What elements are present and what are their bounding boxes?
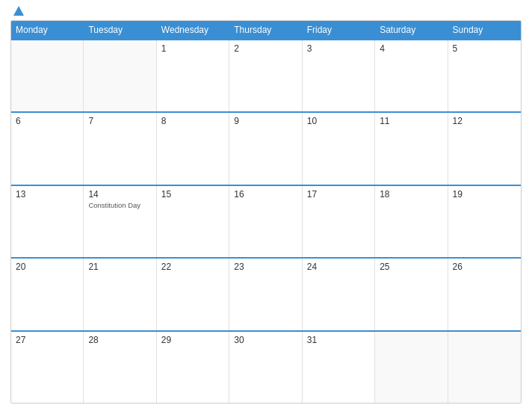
holiday-label: Constitution Day	[88, 201, 151, 209]
calendar-cell: 25	[375, 259, 448, 330]
calendar-cell: 29	[157, 332, 229, 403]
day-number: 25	[380, 262, 442, 272]
week-row-2: 6789101112	[11, 111, 521, 184]
day-number: 1	[161, 43, 224, 54]
day-number: 8	[161, 116, 224, 126]
calendar-cell: 5	[448, 40, 521, 111]
calendar-page: MondayTuesdayWednesdayThursdayFridaySatu…	[0, 0, 532, 411]
day-number: 22	[161, 262, 224, 272]
calendar-cell	[84, 40, 156, 111]
calendar-cell: 31	[303, 332, 375, 403]
calendar-cell: 22	[157, 259, 229, 330]
day-of-week-saturday: Saturday	[375, 21, 448, 39]
day-of-week-friday: Friday	[303, 21, 375, 39]
calendar-cell: 6	[11, 113, 84, 184]
day-number: 7	[88, 116, 151, 126]
day-number: 4	[380, 43, 442, 54]
calendar-body: 1234567891011121314Constitution Day15161…	[11, 39, 521, 403]
day-number: 31	[307, 335, 370, 345]
calendar-cell: 2	[229, 40, 302, 111]
calendar: MondayTuesdayWednesdayThursdayFridaySatu…	[10, 20, 522, 404]
calendar-cell: 8	[157, 113, 229, 184]
day-number: 26	[453, 262, 516, 272]
calendar-cell: 7	[84, 113, 156, 184]
day-of-week-sunday: Sunday	[448, 21, 521, 39]
calendar-cell: 18	[375, 186, 448, 257]
day-number: 6	[16, 116, 78, 126]
day-number: 3	[307, 43, 370, 54]
calendar-cell	[11, 40, 84, 111]
calendar-cell: 30	[229, 332, 302, 403]
calendar-cell: 27	[11, 332, 84, 403]
day-number: 14	[88, 189, 151, 200]
calendar-cell: 20	[11, 259, 84, 330]
week-row-4: 20212223242526	[11, 257, 521, 330]
day-of-week-wednesday: Wednesday	[157, 21, 229, 39]
calendar-cell: 23	[229, 259, 302, 330]
day-number: 18	[380, 189, 442, 200]
day-number: 24	[307, 262, 370, 272]
day-of-week-thursday: Thursday	[229, 21, 302, 39]
day-number: 30	[234, 335, 297, 345]
day-number: 28	[88, 335, 151, 345]
day-number: 29	[161, 335, 224, 345]
calendar-cell: 15	[157, 186, 229, 257]
week-row-5: 2728293031	[11, 330, 521, 403]
day-number: 20	[16, 262, 78, 272]
day-number: 5	[453, 43, 516, 54]
calendar-cell: 4	[375, 40, 448, 111]
calendar-cell: 16	[229, 186, 302, 257]
week-row-1: 12345	[11, 39, 521, 111]
day-number: 13	[16, 189, 78, 200]
calendar-cell: 21	[84, 259, 156, 330]
calendar-cell: 17	[303, 186, 375, 257]
day-number: 9	[234, 116, 297, 126]
day-number: 16	[234, 189, 297, 200]
day-number: 23	[234, 262, 297, 272]
calendar-cell: 28	[84, 332, 156, 403]
calendar-cell: 26	[448, 259, 521, 330]
calendar-cell: 11	[375, 113, 448, 184]
calendar-cell: 13	[11, 186, 84, 257]
calendar-cell: 1	[157, 40, 229, 111]
day-of-week-monday: Monday	[11, 21, 84, 39]
week-row-3: 1314Constitution Day1516171819	[11, 185, 521, 257]
day-number: 10	[307, 116, 370, 126]
day-number: 11	[380, 116, 442, 126]
logo	[10, 7, 24, 16]
day-number: 17	[307, 189, 370, 200]
day-number: 27	[16, 335, 78, 345]
header	[10, 7, 522, 16]
calendar-cell: 3	[303, 40, 375, 111]
calendar-cell: 10	[303, 113, 375, 184]
day-number: 21	[88, 262, 151, 272]
calendar-cell: 14Constitution Day	[84, 186, 156, 257]
calendar-cell	[448, 332, 521, 403]
calendar-header: MondayTuesdayWednesdayThursdayFridaySatu…	[11, 21, 521, 39]
day-number: 2	[234, 43, 297, 54]
day-number: 15	[161, 189, 224, 200]
calendar-cell: 9	[229, 113, 302, 184]
day-number: 12	[453, 116, 516, 126]
calendar-cell: 19	[448, 186, 521, 257]
calendar-cell: 12	[448, 113, 521, 184]
day-number: 19	[453, 189, 516, 200]
day-of-week-tuesday: Tuesday	[84, 21, 156, 39]
calendar-cell: 24	[303, 259, 375, 330]
logo-triangle-icon	[13, 6, 24, 16]
calendar-cell	[375, 332, 448, 403]
